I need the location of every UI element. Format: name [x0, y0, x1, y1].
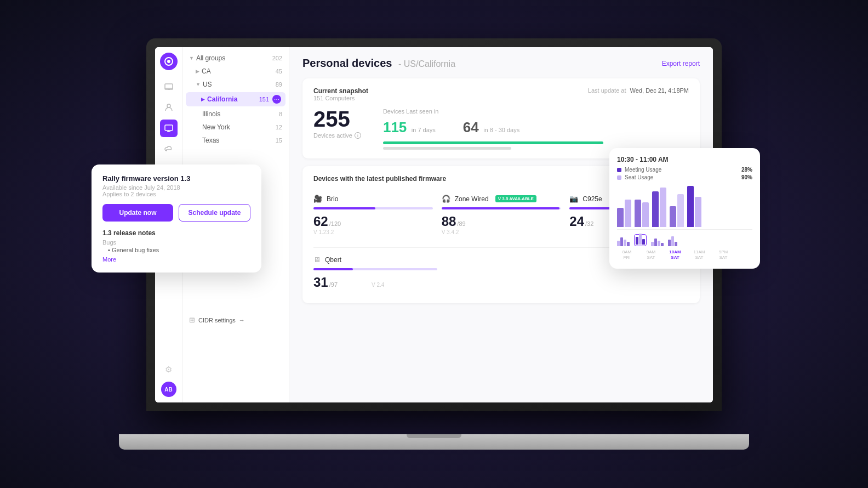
brio-icon: 🎥: [313, 195, 322, 203]
brio-name: Brio: [327, 195, 338, 203]
qbert-name: Qbert: [325, 256, 341, 264]
sidebar-icon-users[interactable]: [160, 99, 178, 116]
gray-number: 64: [463, 119, 479, 135]
qbert-count: 31: [313, 275, 328, 290]
qbert-version: V 2.4: [372, 282, 384, 288]
qbert-icon: 🖥: [313, 256, 321, 264]
sidebar-icon-monitor[interactable]: [160, 120, 178, 137]
zone-wired-badge: V 3.5 AVAILABLE: [495, 195, 536, 202]
more-link[interactable]: More: [102, 256, 250, 263]
firmware-item-zone-wired: 🎧 Zone Wired V 3.5 AVAILABLE 88 /89: [442, 190, 561, 240]
devices-seen-title: Devices Last seen in: [383, 108, 689, 115]
fw-card-title: Rally firmware version 1.3: [102, 174, 250, 183]
sidebar-icon-logo[interactable]: [160, 53, 178, 70]
group-item-texas[interactable]: Texas 15: [182, 134, 289, 147]
qbert-total: /97: [329, 281, 338, 288]
svg-point-5: [167, 104, 170, 107]
green-label: in 7 days: [412, 127, 436, 133]
floating-chart-card: 10:30 - 11:00 AM Meeting Usage 28% Seat …: [609, 148, 760, 269]
sidebar-avatar[interactable]: AB: [161, 382, 176, 397]
last-update: Last update at Wed, Dec 21, 4:18PM: [588, 87, 689, 94]
fw-available-since: Available since July 24, 2018: [102, 184, 250, 191]
green-number: 115: [383, 119, 407, 135]
update-now-button[interactable]: Update now: [102, 204, 173, 222]
zone-wired-icon: 🎧: [442, 195, 450, 203]
more-options-icon[interactable]: ⋯: [272, 95, 281, 104]
snapshot-title: Current snapshot: [313, 87, 368, 95]
bug-item: • General bug fixes: [102, 247, 250, 253]
brio-version: V 1.23.2: [313, 229, 433, 235]
chart-bars: [617, 186, 752, 230]
chart-legend-meeting: Meeting Usage 28%: [617, 167, 752, 173]
page-title: Personal devices - US/California: [302, 57, 455, 70]
cidr-settings[interactable]: ⊞ CIDR settings →: [182, 311, 289, 328]
page-header: Personal devices - US/California Export …: [302, 57, 700, 70]
snapshot-computers: 151 Computers: [313, 95, 368, 101]
c925e-count: 24: [569, 214, 584, 229]
group-item-illinois[interactable]: Illinois 8: [182, 107, 289, 121]
firmware-item-brio: 🎥 Brio 62 /120 V 1.23.2: [313, 190, 433, 240]
zone-wired-version: V 3.4.2: [442, 229, 561, 235]
devices-active-label: Devices active i: [313, 132, 361, 139]
c925e-icon: 📷: [569, 195, 578, 203]
zone-wired-count: 88: [442, 214, 456, 229]
group-item-all[interactable]: ▼ All groups 202: [182, 52, 289, 65]
group-item-ca[interactable]: ▶ CA 45: [182, 65, 289, 78]
chart-legend-seat: Seat Usage 90%: [617, 174, 752, 180]
sidebar-icon-devices[interactable]: [160, 78, 178, 95]
zone-wired-total: /89: [457, 220, 465, 227]
zone-wired-name: Zone Wired: [455, 195, 489, 203]
brio-count: 62: [313, 214, 328, 229]
mini-charts-row: [617, 234, 752, 246]
group-item-new-york[interactable]: New York 12: [182, 121, 289, 134]
brio-total: /120: [329, 220, 341, 227]
c925e-total: /32: [585, 220, 593, 227]
sidebar-icon-cloud[interactable]: [160, 140, 178, 158]
chart-time-label: 10:30 - 11:00 AM: [617, 156, 752, 163]
total-devices-number: 255: [313, 108, 361, 130]
group-item-california[interactable]: ▶ California 151 ⋯: [186, 92, 285, 106]
sidebar-icon-settings[interactable]: ⚙: [160, 361, 178, 378]
snapshot-card: Current snapshot 151 Computers Last upda…: [302, 78, 700, 158]
release-notes-title: 1.3 release notes: [102, 229, 250, 237]
floating-firmware-card: Rally firmware version 1.3 Available sin…: [92, 164, 261, 273]
fw-applies-to: Applies to 2 devices: [102, 191, 250, 197]
devices-seen-section: Devices Last seen in 115 in 7 days 64 in…: [383, 108, 689, 150]
group-item-us[interactable]: ▼ US 89: [182, 78, 289, 91]
gray-label: in 8 - 30 days: [483, 127, 519, 133]
svg-rect-6: [165, 125, 173, 130]
c925e-name: C925e: [583, 195, 602, 203]
svg-point-1: [167, 60, 170, 63]
bugs-label: Bugs: [102, 239, 250, 246]
schedule-update-button[interactable]: Schedule update: [179, 204, 250, 222]
export-report-button[interactable]: Export report: [662, 60, 700, 67]
